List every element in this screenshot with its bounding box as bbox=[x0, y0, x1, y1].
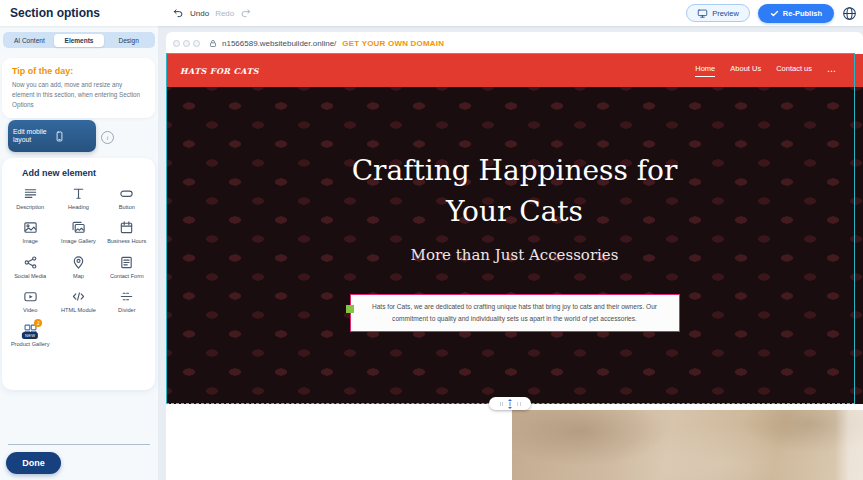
sidebar: AI Content Elements Design Tip of the da… bbox=[0, 26, 158, 480]
sidebar-tabs: AI Content Elements Design bbox=[3, 32, 155, 48]
add-element-image-gallery[interactable]: Image Gallery bbox=[54, 220, 102, 245]
add-element-image[interactable]: Image bbox=[6, 220, 54, 245]
count-badge: 2 bbox=[34, 319, 42, 327]
hero-section[interactable]: Crafting Happiness for Your Cats More th… bbox=[166, 87, 863, 404]
tip-body: Now you can add, move and resize any ele… bbox=[12, 80, 145, 109]
hero-body-text: Hats for Cats, we are dedicated to craft… bbox=[372, 303, 657, 322]
check-icon bbox=[770, 9, 779, 18]
tip-title: Tip of the day: bbox=[12, 66, 145, 76]
lock-icon bbox=[209, 39, 217, 48]
republish-label: Re-Publish bbox=[783, 9, 822, 18]
undo-icon[interactable] bbox=[172, 7, 184, 19]
hero-heading-line2: Your Cats bbox=[446, 195, 583, 228]
nav-item-contact-us[interactable]: Contact us bbox=[776, 64, 812, 77]
history-controls: Undo Redo bbox=[172, 0, 252, 26]
element-label: Business Hours bbox=[107, 238, 146, 245]
business-hours-icon bbox=[119, 220, 134, 235]
image-icon bbox=[23, 220, 38, 235]
next-section-image bbox=[512, 410, 863, 480]
element-label: HTML Module bbox=[61, 307, 96, 314]
button-icon bbox=[119, 186, 134, 201]
element-grid: DescriptionHeadingButtonImageImage Galle… bbox=[6, 186, 151, 348]
element-label: Contact Form bbox=[110, 273, 144, 280]
tab-ai-content[interactable]: AI Content bbox=[5, 34, 55, 47]
add-element-social-media[interactable]: Social Media bbox=[6, 255, 54, 280]
add-element-divider[interactable]: Divider bbox=[103, 289, 151, 314]
hero-heading[interactable]: Crafting Happiness for Your Cats bbox=[166, 151, 863, 232]
undo-button[interactable]: Undo bbox=[190, 9, 209, 18]
edit-mobile-layout-button[interactable]: Edit mobile layout bbox=[8, 120, 96, 152]
monitor-icon bbox=[697, 8, 708, 19]
add-element-html-module[interactable]: HTML Module bbox=[54, 289, 102, 314]
element-label: Image bbox=[22, 238, 38, 245]
nav-more-icon[interactable]: ⋯ bbox=[827, 66, 837, 76]
add-element-button[interactable]: Button bbox=[103, 186, 151, 211]
heading-icon bbox=[71, 186, 86, 201]
element-drag-handle[interactable] bbox=[346, 305, 354, 313]
phone-icon bbox=[54, 130, 91, 143]
preview-button[interactable]: Preview bbox=[686, 4, 750, 22]
add-panel-title: Add new element bbox=[6, 168, 151, 178]
topbar: Section options Undo Redo Preview Re-Pub… bbox=[0, 0, 863, 26]
add-element-description[interactable]: Description bbox=[6, 186, 54, 211]
window-dot-icon bbox=[183, 40, 190, 47]
new-tag: NEW bbox=[22, 332, 38, 339]
sidebar-divider bbox=[8, 444, 150, 445]
redo-icon[interactable] bbox=[240, 7, 252, 19]
add-element-video[interactable]: Video bbox=[6, 289, 54, 314]
add-element-panel: Add new element DescriptionHeadingButton… bbox=[2, 158, 155, 390]
tab-elements[interactable]: Elements bbox=[54, 34, 104, 47]
nav-item-home[interactable]: Home bbox=[695, 64, 715, 77]
preview-label: Preview bbox=[712, 9, 739, 18]
add-element-heading[interactable]: Heading bbox=[54, 186, 102, 211]
element-label: Video bbox=[23, 307, 37, 314]
site-header: HATS FOR CATS HomeAbout UsContact us⋯ bbox=[166, 54, 863, 87]
description-icon bbox=[23, 186, 38, 201]
globe-icon[interactable] bbox=[842, 6, 857, 21]
social-media-icon bbox=[23, 255, 38, 270]
element-label: Divider bbox=[118, 307, 135, 314]
divider-icon bbox=[119, 289, 134, 304]
element-label: Map bbox=[73, 273, 84, 280]
element-label: Product Gallery bbox=[11, 341, 50, 348]
map-icon bbox=[71, 255, 86, 270]
get-domain-link[interactable]: GET YOUR OWN DOMAIN bbox=[342, 39, 444, 48]
tab-design[interactable]: Design bbox=[104, 34, 154, 47]
site-preview: n1566589.websitebuilder.online/ GET YOUR… bbox=[166, 32, 863, 480]
hero-text-element[interactable]: Hats for Cats, we are dedicated to craft… bbox=[350, 294, 680, 332]
grip-ticks bbox=[517, 402, 521, 406]
info-icon[interactable]: i bbox=[101, 131, 114, 144]
edit-mobile-label: Edit mobile layout bbox=[13, 128, 50, 144]
site-nav: HomeAbout UsContact us⋯ bbox=[695, 64, 837, 77]
hero-heading-line1: Crafting Happiness for bbox=[352, 154, 678, 187]
add-element-business-hours[interactable]: Business Hours bbox=[103, 220, 151, 245]
element-label: Image Gallery bbox=[61, 238, 96, 245]
window-dot-icon bbox=[173, 40, 180, 47]
element-label: Button bbox=[119, 204, 135, 211]
window-dot-icon bbox=[193, 40, 200, 47]
contact-form-icon bbox=[119, 255, 134, 270]
browser-bar: n1566589.websitebuilder.online/ GET YOUR… bbox=[166, 32, 863, 54]
element-label: Heading bbox=[68, 204, 89, 211]
element-label: Social Media bbox=[14, 273, 46, 280]
tip-card: Tip of the day: Now you can add, move an… bbox=[2, 58, 155, 118]
add-element-product-gallery[interactable]: 2NEWProduct Gallery bbox=[6, 323, 54, 348]
element-label: Description bbox=[16, 204, 44, 211]
section-resize-handle[interactable] bbox=[489, 397, 531, 410]
site-logo[interactable]: HATS FOR CATS bbox=[180, 66, 259, 76]
image-gallery-icon bbox=[71, 220, 86, 235]
page-title: Section options bbox=[10, 6, 100, 20]
hero-subheading[interactable]: More than Just Accessories bbox=[166, 246, 863, 264]
nav-item-about-us[interactable]: About Us bbox=[730, 64, 761, 77]
add-element-contact-form[interactable]: Contact Form bbox=[103, 255, 151, 280]
site-url: n1566589.websitebuilder.online/ bbox=[222, 39, 336, 48]
resize-arrows-icon bbox=[506, 398, 514, 410]
republish-button[interactable]: Re-Publish bbox=[758, 4, 834, 23]
redo-button[interactable]: Redo bbox=[215, 9, 234, 18]
topbar-actions: Preview Re-Publish bbox=[686, 0, 857, 26]
add-element-map[interactable]: Map bbox=[54, 255, 102, 280]
done-button[interactable]: Done bbox=[6, 452, 61, 474]
grip-ticks bbox=[500, 402, 504, 406]
html-module-icon bbox=[71, 289, 86, 304]
video-icon bbox=[23, 289, 38, 304]
